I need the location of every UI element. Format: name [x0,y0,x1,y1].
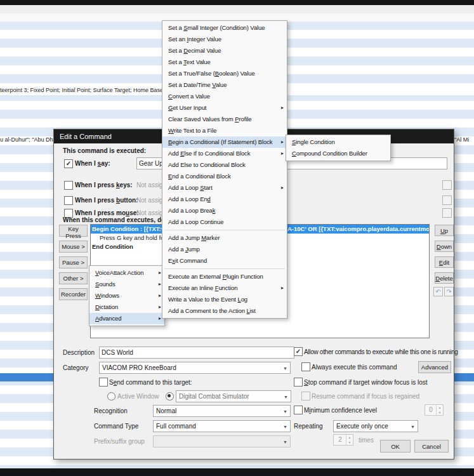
menu-item-label: Convert a Value [168,93,210,100]
delete-button[interactable]: Delete [435,272,454,284]
menu-item[interactable]: Execute an Inline Function▸ [162,282,287,294]
when-say-checkbox[interactable]: ✓ [64,159,73,168]
menu-item-label: Set a True/False (Boolean) Value [168,70,255,77]
description-input[interactable]: DCS World [99,347,294,359]
menu-item[interactable]: Set a True/False (Boolean) Value [162,68,287,79]
menu-item-label: Begin a Conditional (If Statement) Block [168,138,272,145]
always-execute-checkbox[interactable] [301,362,310,371]
recognition-label: Recognition [94,407,128,414]
menu-item[interactable]: Add a Jump [162,244,287,255]
mouse-menu-button[interactable]: Mouse > [59,241,88,253]
menu-item[interactable]: Write Text to a File [162,125,287,136]
cancel-button[interactable]: Cancel [414,440,449,453]
condition-type-submenu: Single ConditionCompound Condition Build… [286,135,391,161]
send-target-checkbox[interactable] [99,378,108,387]
menu-item-label: Compound Condition Builder [292,150,367,157]
when-mouse-label: When I press mouse: [75,209,139,216]
menu-item[interactable]: End a Conditional Block [162,171,287,182]
when-button-checkbox[interactable] [64,196,73,205]
menu-item[interactable]: Add Else to Conditional Block [162,159,287,171]
menu-item[interactable]: Set a Text Value [162,56,287,68]
submenu-arrow-icon: ▸ [281,136,284,148]
menu-item-label: Set an Integer Value [168,36,221,43]
ok-button[interactable]: OK [380,440,411,453]
up-button[interactable]: Up [435,225,454,236]
menu-item[interactable]: Windows▸ [89,290,164,301]
advanced-button[interactable]: Advanced [418,361,451,373]
allow-other-checkbox[interactable]: ✓ [294,347,303,356]
category-dropdown[interactable]: VIACOM PRO KneeBoard ▼ [99,362,291,374]
menu-item-label: Get User Input [168,104,206,111]
menu-item[interactable]: Add a Loop End [162,194,287,205]
menu-item-label: Set a Decimal Value [168,47,221,54]
submenu-arrow-icon: ▸ [159,313,161,324]
menu-item[interactable]: Set a Decimal Value [162,45,287,56]
redo-button[interactable]: ↷ [444,287,454,296]
menu-item[interactable]: Single Condition [286,136,390,148]
active-window-radio[interactable] [107,392,115,400]
key-press-button[interactable]: Key Press [59,225,88,237]
edit-button[interactable]: Edit [435,256,454,268]
menu-item-label: Add a Loop End [168,195,211,202]
stop-focus-checkbox[interactable] [294,378,303,387]
other-actions-menu: VoiceAttack Action▸Sounds▸Windows▸Dictat… [89,265,165,326]
menu-item[interactable]: Set a Date/Time Value [162,79,287,91]
menu-item-label: Exit Command [168,257,207,264]
target-app-radio[interactable] [166,392,174,400]
menu-item[interactable]: Convert a Value [162,91,287,102]
menu-item[interactable]: VoiceAttack Action▸ [89,267,164,279]
menu-separator [164,268,285,269]
menu-item-label: VoiceAttack Action [95,269,143,276]
recorder-button[interactable]: Recorder [59,288,88,300]
spinner-arrows-icon: ▲▼ [346,435,353,445]
menu-item[interactable]: Begin a Conditional (If Statement) Block… [162,136,287,148]
keys-assign-button[interactable] [442,180,452,190]
check-icon: ✓ [66,160,71,167]
menu-item[interactable]: Set a Small Integer (Condition) Value [162,22,287,34]
submenu-arrow-icon: ▸ [159,301,161,313]
menu-item-label: Add a Jump [168,246,200,253]
pause-menu-button[interactable]: Pause > [59,256,88,268]
menu-item[interactable]: Compound Condition Builder [286,148,390,159]
menu-item[interactable]: Exit Command [162,255,287,267]
menu-item[interactable]: Set an Integer Value [162,34,287,45]
category-label: Category [63,364,89,371]
command-type-label: Command Type [94,423,138,430]
prefix-group-label: Prefix/suffix group [94,438,145,445]
menu-item[interactable]: Write a Value to the Event Log [162,294,287,305]
begin-condition-left-text: Begin Condition : [{TXT:vai [92,225,169,234]
menu-item[interactable]: Add a Jump Marker [162,232,287,244]
menu-item-label: Set a Small Integer (Condition) Value [168,24,265,31]
menu-item-label: Add Else to Conditional Block [168,161,246,168]
target-app-dropdown[interactable]: Digital Combat Simulator ▼ [176,390,291,402]
menu-item[interactable]: Dictation▸ [89,301,164,313]
undo-button[interactable]: ↶ [433,287,443,296]
mouse-assign-button[interactable] [442,208,452,218]
menu-item[interactable]: Sounds▸ [89,279,164,290]
menu-item[interactable]: Get User Input▸ [162,102,287,114]
min-confidence-checkbox[interactable] [294,406,303,414]
menu-item[interactable]: Clear Saved Values from Profile [162,114,287,125]
dropdown-arrow-icon: ▼ [411,421,415,432]
when-keys-checkbox[interactable] [64,181,73,190]
down-button[interactable]: Down [435,241,454,252]
recognition-dropdown[interactable]: Normal ▼ [153,405,291,417]
command-type-dropdown[interactable]: Full command ▼ [153,420,291,432]
menu-item[interactable]: Add a Loop Break [162,205,287,216]
confidence-spinner: 0 ▲▼ [425,404,444,416]
executed-heading: This command is executed: [63,147,146,154]
menu-item-label: Sounds [95,281,115,288]
other-menu-button[interactable]: Other > [59,272,88,284]
menu-item[interactable]: Advanced▸ [89,313,164,324]
menu-item-label: Add a Loop Start [168,184,213,191]
menu-item[interactable]: Add a Loop Continue [162,216,287,228]
menu-item[interactable]: Add Else If to Conditional Block▸ [162,148,287,159]
when-button-label: When I press button: [75,197,138,204]
menu-item[interactable]: Add a Loop Start▸ [162,182,287,194]
repeating-dropdown[interactable]: Execute only once ▼ [333,420,418,432]
button-assign-button[interactable] [442,195,452,205]
spinner-arrows-icon: ▲▼ [436,405,443,415]
menu-item[interactable]: Execute an External Plugin Function [162,271,287,282]
menu-item[interactable]: Add a Comment to the Action List [162,305,287,317]
begin-condition-right-text: A-10C' OR [{TXT:vaicompro.playerdata.cur… [287,225,429,234]
